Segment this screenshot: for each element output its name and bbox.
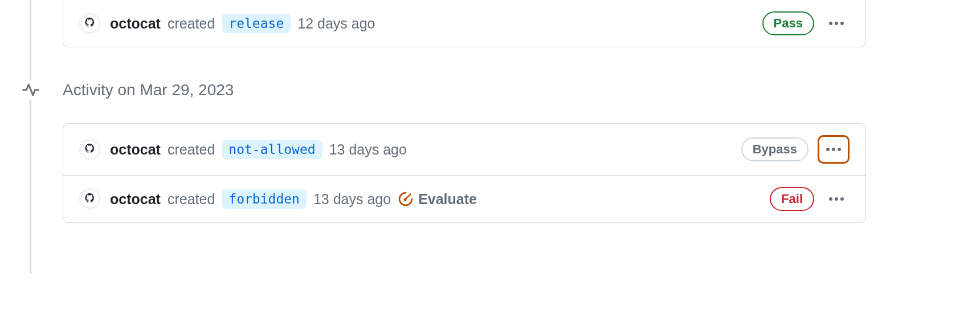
action-text: created [168,15,215,32]
timestamp: 13 days ago [329,141,407,158]
activity-actions: Pass [762,11,850,35]
branch-badge[interactable]: not-allowed [222,140,322,159]
kebab-menu-button[interactable] [823,188,850,210]
action-text: created [168,191,215,208]
kebab-icon [825,147,842,152]
timeline-line [30,0,31,274]
activity-date-header: Activity on Mar 29, 2023 [63,81,234,99]
kebab-icon [828,197,845,201]
branch-badge[interactable]: release [222,14,291,33]
username-link[interactable]: octocat [110,15,161,32]
svg-point-4 [81,140,99,159]
activity-content: octocat created release 12 days ago [110,14,753,33]
activity-content: octocat created not-allowed 13 days ago [110,140,732,159]
svg-point-7 [838,148,841,151]
activity-row: octocat created release 12 days ago Pass [63,0,865,47]
octocat-avatar-icon [80,140,100,159]
svg-point-3 [840,22,844,25]
activity-content: octocat created forbidden 13 days ago Ev… [110,189,761,209]
status-badge-fail: Fail [770,187,814,211]
svg-point-6 [832,148,835,151]
kebab-icon [828,21,845,26]
evaluate-label: Evaluate [418,191,477,208]
status-badge-pass: Pass [762,11,814,35]
timestamp: 13 days ago [313,191,391,208]
avatar[interactable] [79,188,101,210]
activity-row: octocat created forbidden 13 days ago Ev… [63,175,865,222]
username-link[interactable]: octocat [110,141,161,158]
svg-point-1 [829,22,832,25]
svg-point-11 [840,197,844,201]
svg-point-0 [81,14,99,32]
timestamp: 12 days ago [297,15,375,32]
octocat-avatar-icon [80,14,100,33]
evaluate-indicator: Evaluate [398,191,477,208]
svg-point-5 [826,148,830,151]
activity-row: octocat created not-allowed 13 days ago … [63,124,865,175]
activity-actions: Fail [770,187,850,211]
activity-group: octocat created not-allowed 13 days ago … [63,123,866,223]
svg-point-8 [81,190,99,208]
activity-actions: Bypass [741,135,850,164]
action-text: created [168,141,215,158]
pulse-icon [21,80,41,100]
kebab-menu-button[interactable] [818,135,850,164]
kebab-menu-button[interactable] [823,13,850,34]
avatar[interactable] [79,13,101,34]
svg-point-2 [835,22,838,25]
octocat-avatar-icon [80,189,100,209]
svg-point-9 [829,197,832,201]
gauge-icon [398,191,414,207]
username-link[interactable]: octocat [110,191,161,208]
activity-group: octocat created release 12 days ago Pass [63,0,866,47]
svg-point-10 [835,197,838,201]
branch-badge[interactable]: forbidden [222,189,307,209]
avatar[interactable] [79,139,101,160]
status-badge-bypass: Bypass [741,137,808,161]
